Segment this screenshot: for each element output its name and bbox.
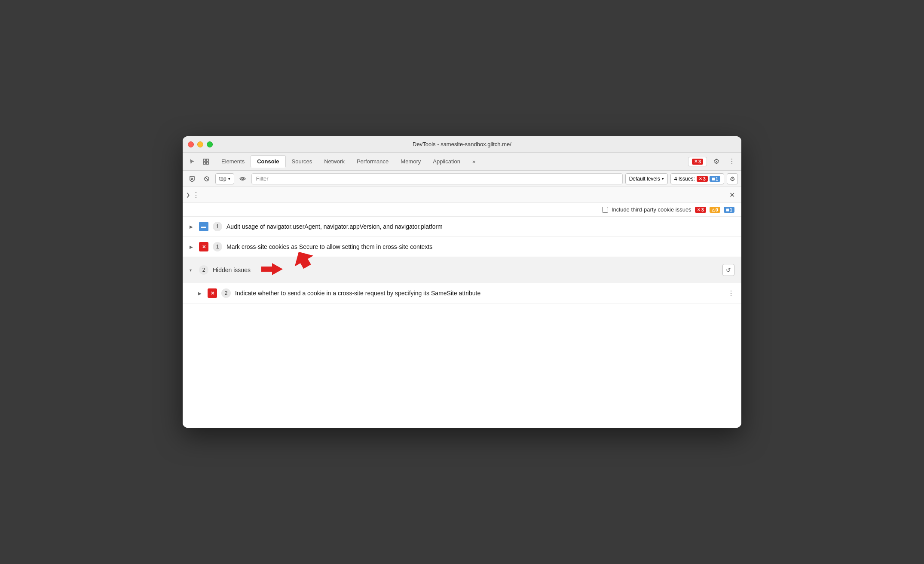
tab-application[interactable]: Application [427,156,466,167]
more-options-button[interactable]: ⋮ [726,156,738,168]
issue-1-text: Audit usage of navigator.userAgent, navi… [226,223,734,230]
context-label: top [219,176,226,182]
svg-rect-0 [203,159,205,161]
inspect-icon [202,158,209,165]
console-expand-chevron[interactable]: ❯ [186,192,190,198]
issues-list: ▶ ▬ 1 Audit usage of navigator.userAgent… [183,217,741,303]
issue-2-text: Mark cross-site cookies as Secure to all… [226,243,734,250]
nested-issue-row-1[interactable]: ▶ ✕ 2 Indicate whether to send a cookie … [183,283,741,303]
close-button[interactable] [188,141,194,147]
minimize-button[interactable] [197,141,203,147]
cursor-icon [189,158,196,165]
nested-error-icon: ✕ [211,291,214,296]
issues-red-badge: ✕ 3 [697,176,708,182]
tab-sources[interactable]: Sources [286,156,318,167]
hidden-issues-count-badge: 2 [199,265,208,275]
eye-icon [239,177,246,181]
settings-gear-button[interactable]: ⚙ [710,156,722,168]
tab-error-badge-red: ✕ 3 [692,159,703,165]
include-red-badge: ✕ 3 [695,207,706,213]
include-info-icon: ◼ [726,208,729,212]
issue-row-1[interactable]: ▶ ▬ 1 Audit usage of navigator.userAgent… [183,217,741,237]
title-bar: DevTools - samesite-sandbox.glitch.me/ [183,136,741,153]
tab-bar-right: ✕ 3 ⚙ ⋮ [688,156,738,168]
tab-network[interactable]: Network [318,156,351,167]
window-title: DevTools - samesite-sandbox.glitch.me/ [413,141,511,147]
inspect-icon-button[interactable] [200,156,212,168]
maximize-button[interactable] [207,141,213,147]
nested-issue-count-badge: 2 [221,288,231,298]
issues-error-icon: ✕ [699,177,702,181]
svg-marker-11 [261,263,283,275]
traffic-lights [188,141,213,147]
issues-info-icon: ◼ [712,177,715,181]
include-warn-icon: △ [712,208,715,212]
issue-2-error-icon: ✕ [202,244,206,250]
hidden-issues-expand-arrow: ▾ [190,268,195,273]
nested-issue-expand-arrow: ▶ [198,291,203,296]
nested-issue-more-button[interactable]: ⋮ [728,289,734,297]
close-console-button[interactable]: ✕ [726,189,738,201]
issues-blue-badge: ◼ 1 [710,176,720,182]
nested-issue-type-icon: ✕ [208,288,217,298]
include-third-party-label: Include third-party cookie issues [612,206,691,213]
tab-console[interactable]: Console [251,155,285,168]
console-settings-button[interactable]: ⚙ [727,173,738,184]
ban-icon [204,176,210,182]
tab-bar: Elements Console Sources Network Perform… [183,153,741,171]
tabs: Elements Console Sources Network Perform… [215,155,688,168]
issue-2-expand-arrow: ▶ [190,245,195,249]
clear-console-button[interactable] [186,173,198,185]
log-levels-selector[interactable]: Default levels ▾ [625,173,668,184]
console-header-row: ❯ ⋮ ✕ [183,187,741,203]
svg-point-9 [242,178,244,180]
levels-chevron-icon: ▾ [662,177,664,181]
error-count-badge: ✕ 3 [688,157,707,166]
console-area: ❯ ⋮ ✕ Include third-party cookie issues … [183,187,741,428]
issue-1-info-icon: ▬ [201,224,206,230]
red-arrow-pointer-svg [259,261,285,277]
include-third-party-row: Include third-party cookie issues ✕ 3 △ … [183,203,741,217]
svg-rect-3 [206,162,208,164]
cursor-icon-button[interactable] [186,156,198,168]
tab-elements[interactable]: Elements [215,156,251,167]
svg-rect-2 [203,162,205,164]
issue-2-count-badge: 1 [213,242,222,251]
filter-input[interactable] [251,173,623,184]
red-arrow-pointer [259,261,285,279]
issue-1-type-icon: ▬ [199,222,208,231]
chevron-down-icon: ▾ [228,177,230,181]
console-more-options-button[interactable]: ⋮ [190,189,202,201]
tab-performance[interactable]: Performance [351,156,395,167]
svg-rect-1 [206,159,208,161]
error-x-icon: ✕ [694,159,698,164]
include-blue-badge: ◼ 1 [724,207,734,213]
issue-1-expand-arrow: ▶ [190,224,195,229]
include-third-party-checkbox[interactable] [602,207,608,213]
eye-button[interactable] [237,173,249,185]
tab-memory[interactable]: Memory [395,156,427,167]
hidden-issues-row[interactable]: ▾ 2 Hidden issues ↺ [183,257,741,283]
issues-label: 4 Issues: [674,176,695,182]
issue-1-count-badge: 1 [213,222,222,231]
tab-bar-icons [186,156,212,168]
log-levels-label: Default levels [629,176,660,182]
tab-more[interactable]: » [466,156,481,167]
svg-line-8 [205,177,208,180]
issue-row-2[interactable]: ▶ ✕ 1 Mark cross-site cookies as Secure … [183,237,741,257]
clear-icon [189,176,195,182]
ban-button[interactable] [201,173,213,185]
issue-2-type-icon: ✕ [199,242,208,251]
nested-issue-text: Indicate whether to send a cookie in a c… [235,290,723,297]
include-error-icon: ✕ [697,208,701,212]
hidden-issues-refresh-button[interactable]: ↺ [722,264,734,276]
include-orange-badge: △ 0 [710,207,720,213]
issues-count-display: 4 Issues: ✕ 3 ◼ 1 [670,173,724,184]
devtools-window: DevTools - samesite-sandbox.glitch.me/ E [183,136,741,428]
hidden-issues-label: Hidden issues [213,267,251,273]
console-toolbar: top ▾ Default levels ▾ 4 Issues: ✕ 3 ◼ 1 [183,171,741,187]
context-selector[interactable]: top ▾ [215,173,234,184]
